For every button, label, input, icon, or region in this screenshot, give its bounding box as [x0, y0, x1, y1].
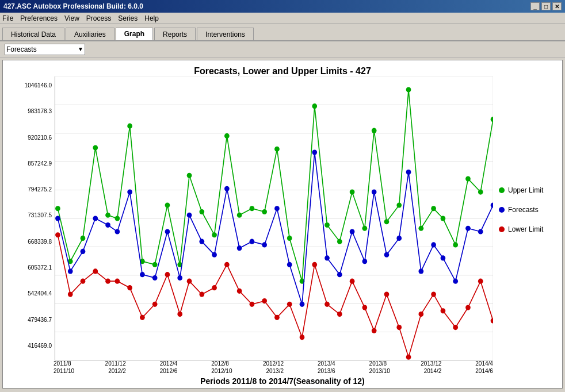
svg-point-74: [350, 229, 355, 234]
x-label-6: 2013/8: [369, 360, 387, 367]
svg-point-83: [453, 279, 458, 284]
y-label-5: 731307.5: [28, 212, 52, 218]
svg-point-37: [350, 189, 355, 194]
svg-point-96: [165, 272, 170, 277]
close-button[interactable]: ✕: [552, 2, 562, 10]
svg-point-121: [465, 305, 471, 310]
svg-point-87: [55, 232, 60, 237]
svg-point-43: [418, 226, 423, 231]
svg-point-16: [93, 145, 98, 150]
svg-point-17: [105, 213, 110, 218]
svg-point-98: [187, 279, 192, 284]
svg-point-108: [312, 262, 317, 267]
forecasts-label: Forecasts: [508, 206, 539, 214]
svg-point-36: [337, 239, 342, 244]
y-label-9: 479436.7: [28, 317, 52, 323]
svg-point-100: [212, 285, 217, 290]
svg-point-51: [68, 268, 73, 274]
svg-point-89: [81, 279, 86, 284]
menu-process[interactable]: Process: [86, 14, 111, 22]
x-axis-labels-row1: 2011/8 2011/12 2012/4 2012/8 2012/12 201…: [54, 360, 493, 367]
x-axis-labels-row2: 2011/10 2012/2 2012/6 2012/10 2013/2 201…: [54, 368, 493, 374]
svg-point-122: [478, 279, 483, 284]
menu-preferences[interactable]: Preferences: [20, 14, 58, 22]
svg-point-95: [152, 302, 158, 307]
svg-point-39: [372, 128, 377, 133]
svg-point-57: [140, 272, 145, 277]
y-label-8: 542404.4: [28, 290, 52, 297]
svg-point-19: [127, 124, 132, 129]
x-label2-3: 2012/10: [211, 368, 232, 374]
svg-point-60: [177, 275, 182, 280]
menu-file[interactable]: File: [2, 14, 13, 22]
svg-point-46: [453, 242, 458, 247]
svg-point-21: [152, 262, 158, 267]
chart-container: 1046146.0 983178.3 920210.6 857242.9 794…: [3, 76, 562, 360]
svg-point-64: [224, 186, 230, 191]
legend-lower-limit: Lower Limit: [499, 225, 556, 233]
menu-series[interactable]: Series: [118, 14, 138, 22]
svg-point-30: [262, 209, 267, 214]
svg-point-114: [384, 292, 390, 297]
view-dropdown[interactable]: Forecasts ▼: [5, 44, 85, 55]
svg-point-85: [478, 229, 483, 234]
svg-point-115: [396, 325, 402, 330]
svg-point-68: [274, 206, 280, 211]
svg-point-90: [93, 268, 98, 274]
svg-point-29: [250, 206, 255, 211]
x-label-1: 2011/12: [105, 360, 126, 367]
x-label2-5: 2013/6: [318, 368, 335, 374]
menu-help[interactable]: Help: [144, 14, 159, 22]
maximize-button[interactable]: □: [541, 2, 551, 10]
svg-point-48: [478, 189, 483, 194]
svg-point-112: [362, 305, 367, 310]
svg-point-123: [491, 318, 493, 323]
x-label2-8: 2014/6: [475, 368, 493, 374]
svg-point-110: [337, 312, 342, 317]
x-label2-0: 2011/10: [54, 368, 74, 374]
minimize-button[interactable]: _: [530, 2, 540, 10]
main-content: Forecasts, Lower and Upper Limits - 427 …: [2, 60, 563, 389]
svg-point-84: [465, 226, 471, 231]
svg-point-72: [325, 255, 330, 260]
svg-point-47: [465, 176, 471, 181]
svg-point-104: [262, 298, 267, 303]
tab-historical-data[interactable]: Historical Data: [2, 28, 64, 40]
svg-point-76: [372, 189, 377, 194]
svg-point-120: [453, 325, 458, 330]
svg-point-91: [105, 279, 110, 284]
y-label-6: 668339.8: [28, 239, 52, 245]
x-label-5: 2013/4: [318, 360, 335, 367]
svg-point-69: [287, 262, 292, 267]
svg-point-81: [431, 242, 436, 247]
svg-point-86: [491, 202, 493, 207]
svg-point-102: [237, 289, 242, 294]
x-axis-section: 2011/8 2011/12 2012/4 2012/8 2012/12 201…: [3, 360, 562, 374]
svg-point-92: [115, 279, 120, 284]
svg-point-50: [55, 216, 60, 221]
svg-point-99: [199, 292, 204, 297]
y-label-7: 605372.1: [28, 264, 52, 271]
y-label-0: 1046146.0: [25, 82, 52, 89]
lower-limit-line: [58, 235, 493, 358]
svg-point-70: [300, 302, 305, 307]
svg-point-44: [431, 206, 436, 211]
svg-point-93: [127, 285, 132, 290]
svg-point-31: [274, 147, 280, 152]
x-label-2: 2012/4: [160, 360, 178, 367]
tab-graph[interactable]: Graph: [116, 28, 153, 40]
svg-point-32: [287, 236, 292, 241]
menu-view[interactable]: View: [64, 14, 79, 22]
svg-point-117: [418, 312, 423, 317]
svg-point-94: [140, 315, 145, 320]
y-label-4: 794275.2: [28, 186, 52, 193]
svg-point-22: [165, 202, 170, 207]
tab-interventions[interactable]: Interventions: [197, 28, 254, 40]
svg-point-42: [406, 87, 411, 92]
y-label-10: 416469.0: [28, 343, 52, 349]
tab-auxiliaries[interactable]: Auxiliaries: [66, 28, 114, 40]
window-controls[interactable]: _ □ ✕: [530, 2, 562, 10]
y-label-3: 857242.9: [28, 160, 52, 167]
tab-reports[interactable]: Reports: [154, 28, 196, 40]
chart-title: Forecasts, Lower and Upper Limits - 427: [194, 66, 371, 76]
